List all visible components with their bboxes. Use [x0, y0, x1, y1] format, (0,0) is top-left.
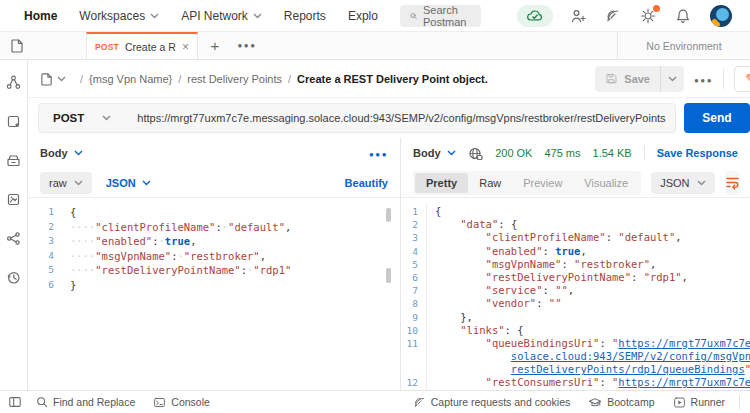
- code-line: 1{: [401, 205, 750, 218]
- line-number: 6: [401, 271, 427, 284]
- code-line: 6}: [28, 278, 400, 293]
- response-body-row: Body 200 OK 475 ms 1.54 KB Save Response: [401, 138, 750, 168]
- request-name[interactable]: Create a REST Delivery Point object.: [297, 73, 488, 85]
- nav-workspaces[interactable]: Workspaces: [79, 9, 159, 23]
- mock-servers-icon: [6, 192, 21, 207]
- response-language-selector[interactable]: JSON: [651, 172, 714, 194]
- capture-requests-button[interactable]: Capture requests and cookies: [413, 396, 571, 409]
- response-body-viewer[interactable]: 1{2 "data": {3 "clientProfileName": "def…: [401, 198, 750, 390]
- search-icon: [36, 396, 48, 408]
- save-button[interactable]: Save: [595, 66, 684, 92]
- chevron-down-icon: [447, 150, 456, 156]
- notifications-button[interactable]: [673, 6, 693, 26]
- nav-home[interactable]: Home: [24, 9, 57, 23]
- save-response-button[interactable]: Save Response: [657, 147, 738, 159]
- url-field: POST https://mrgt77uxm7c7e.messaging.sol…: [38, 103, 676, 133]
- find-and-replace-button[interactable]: Find and Replace: [36, 396, 135, 408]
- line-number: 5: [401, 258, 427, 271]
- runner-label: Runner: [691, 396, 725, 408]
- tab-pretty[interactable]: Pretty: [415, 173, 468, 193]
- beautify-button[interactable]: Beautify: [345, 177, 388, 189]
- editor-scrollbar[interactable]: [386, 268, 391, 283]
- breadcrumb-msg-vpn[interactable]: {msg Vpn Name}: [89, 73, 172, 85]
- request-options-button[interactable]: ●●●: [369, 147, 388, 159]
- more-actions-button[interactable]: ●●●: [694, 73, 713, 85]
- request-language-selector[interactable]: JSON: [106, 177, 151, 189]
- tab-raw[interactable]: Raw: [468, 173, 512, 193]
- invite-button[interactable]: [568, 6, 588, 26]
- body-format-selector[interactable]: raw: [40, 172, 92, 194]
- save-options-button[interactable]: [660, 66, 684, 92]
- request-body-editor[interactable]: 1{2····"clientProfileName":·"default",3·…: [28, 198, 400, 390]
- ellipsis-icon: ●●●: [694, 76, 713, 85]
- save-icon: [605, 72, 618, 85]
- chevron-down-icon: [74, 150, 83, 156]
- console-button[interactable]: Console: [153, 396, 210, 409]
- global-search-input[interactable]: Search Postman: [400, 5, 481, 27]
- rail-history-button[interactable]: [6, 269, 22, 285]
- edit-documentation-button[interactable]: ✎: [734, 66, 750, 92]
- tab-strip: POST Create a REST D... × + ●●● No Envir…: [0, 32, 750, 60]
- rail-apis-button[interactable]: [6, 113, 22, 129]
- apis-icon: [6, 114, 21, 129]
- pencil-icon: ✎: [745, 71, 750, 87]
- code-line: 2 "data": {: [401, 218, 750, 231]
- bootcamp-button[interactable]: Bootcamp: [588, 396, 654, 409]
- environment-selector[interactable]: No Environment: [617, 32, 750, 59]
- code-line: 9 },: [401, 311, 750, 324]
- tab-preview[interactable]: Preview: [512, 173, 573, 193]
- new-tab-button[interactable]: +: [198, 32, 232, 59]
- chevron-down-icon: [142, 180, 151, 186]
- content-area: / {msg Vpn Name} / rest Delivery Points …: [0, 60, 750, 390]
- avatar[interactable]: [710, 5, 732, 27]
- line-number: 9: [401, 311, 427, 324]
- sync-status-button[interactable]: [517, 5, 553, 27]
- person-plus-icon: [570, 8, 586, 24]
- editor-scrollbar[interactable]: [386, 208, 391, 222]
- rail-collections-button[interactable]: [6, 74, 22, 90]
- request-body-selector[interactable]: Body: [40, 147, 83, 159]
- capture-button[interactable]: [603, 6, 623, 26]
- rail-environments-button[interactable]: [6, 152, 22, 168]
- code-line: 4 "enabled": true,: [401, 245, 750, 258]
- tab-visualize[interactable]: Visualize: [573, 173, 639, 193]
- network-info-icon[interactable]: [468, 146, 483, 161]
- rail-monitors-button[interactable]: [6, 230, 22, 246]
- tab-title: Create a REST D...: [125, 41, 176, 53]
- tab-options-button[interactable]: ●●●: [232, 32, 262, 59]
- nav-explore[interactable]: Explo: [348, 9, 378, 23]
- line-number: 4: [401, 245, 427, 258]
- close-tab-icon[interactable]: ×: [182, 41, 189, 53]
- cloud-check-icon: [526, 9, 544, 22]
- url-input[interactable]: https://mrgt77uxm7c7e.messaging.solace.c…: [137, 112, 665, 124]
- nav-reports[interactable]: Reports: [284, 9, 326, 23]
- request-tab[interactable]: POST Create a REST D... ×: [86, 32, 198, 59]
- notification-dot: [653, 5, 660, 12]
- breadcrumb-separator: /: [288, 73, 291, 85]
- status-badge: 200 OK: [495, 147, 532, 159]
- ellipsis-icon: ●●●: [238, 41, 257, 50]
- body-label: Body: [413, 147, 441, 159]
- send-button[interactable]: Send: [684, 103, 750, 133]
- line-number: 2: [28, 220, 58, 235]
- chevron-down-icon: [697, 180, 706, 186]
- breadcrumb-rest-delivery-points[interactable]: rest Delivery Points: [187, 73, 282, 85]
- nav-api-network[interactable]: API Network: [181, 9, 262, 23]
- top-bar: Home Workspaces API Network Reports Expl…: [0, 0, 750, 32]
- find-replace-label: Find and Replace: [53, 396, 135, 408]
- wrap-text-icon: [725, 175, 740, 190]
- rail-mock-servers-button[interactable]: [6, 191, 22, 207]
- collection-menu-button[interactable]: [40, 72, 66, 86]
- word-wrap-toggle[interactable]: [725, 171, 740, 195]
- response-body-selector[interactable]: Body: [413, 147, 456, 159]
- method-selector[interactable]: POST: [39, 112, 137, 124]
- status-bar: Find and Replace Console Capture request…: [0, 390, 750, 413]
- toggle-sidebar-button[interactable]: [8, 395, 22, 409]
- sidebar-toggle-button[interactable]: [0, 32, 34, 59]
- format-label: raw: [49, 177, 67, 189]
- runner-button[interactable]: Runner: [673, 396, 725, 409]
- settings-button[interactable]: [638, 6, 658, 26]
- request-response-panels: Body ●●● raw JSON: [28, 138, 750, 390]
- search-icon: [410, 10, 417, 22]
- response-panel: Body 200 OK 475 ms 1.54 KB Save Response: [400, 138, 750, 390]
